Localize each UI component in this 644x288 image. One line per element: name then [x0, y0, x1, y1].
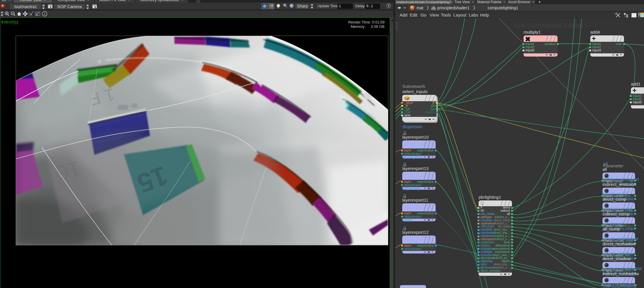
svg-text:i: i	[44, 12, 45, 16]
